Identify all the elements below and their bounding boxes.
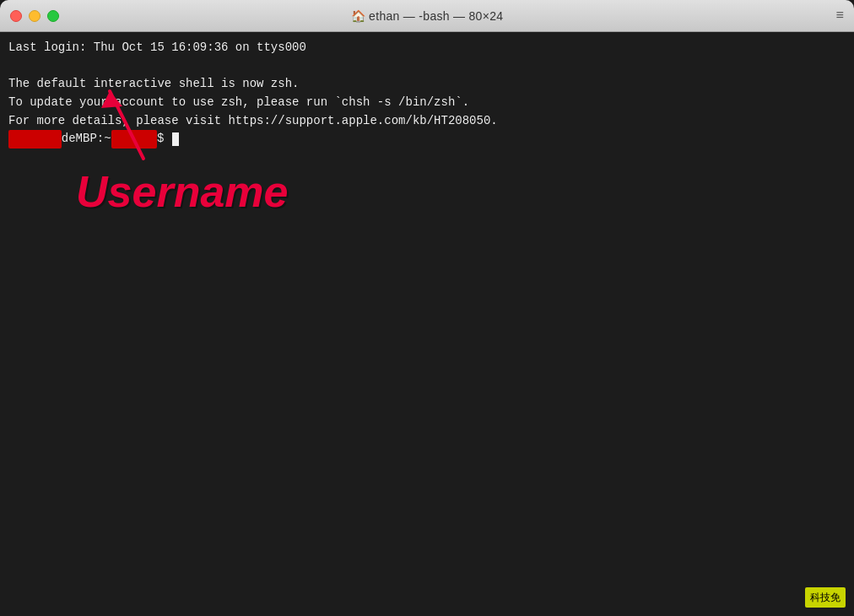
cursor [172, 132, 179, 146]
scrollbar-icon: ≡ [835, 8, 844, 24]
minimize-button[interactable] [29, 10, 41, 22]
dollar-sign: $ [157, 130, 171, 149]
traffic-lights [10, 10, 59, 22]
redacted-username: ██████ [111, 130, 157, 149]
title-bar: 🏠 ethan — -bash — 80×24 ≡ [0, 0, 854, 32]
zsh-line-2: To update your account to use zsh, pleas… [8, 94, 846, 112]
zsh-line-1: The default interactive shell is now zsh… [8, 75, 846, 94]
maximize-button[interactable] [47, 10, 59, 22]
window-title: 🏠 ethan — -bash — 80×24 [351, 9, 504, 23]
prompt-line: ███████deMBP:~ ██████ $ [8, 130, 846, 149]
prompt-suffix: deMBP:~ [62, 130, 111, 149]
zsh-line-3: For more details, please visit https://s… [8, 112, 846, 131]
redacted-hostname: ███████ [8, 130, 62, 149]
bottom-badge: 科技免 [805, 587, 846, 608]
blank-line-1 [8, 57, 846, 76]
close-button[interactable] [10, 10, 22, 22]
login-line: Last login: Thu Oct 15 16:09:36 on ttys0… [8, 39, 846, 57]
username-annotation-label: Username [76, 159, 288, 224]
terminal-body[interactable]: Last login: Thu Oct 15 16:09:36 on ttys0… [0, 32, 854, 616]
